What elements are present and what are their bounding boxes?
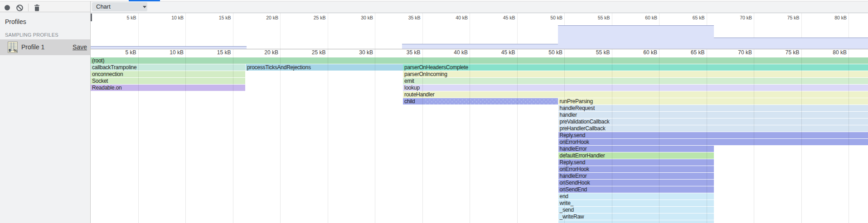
- svg-text:%: %: [14, 48, 17, 53]
